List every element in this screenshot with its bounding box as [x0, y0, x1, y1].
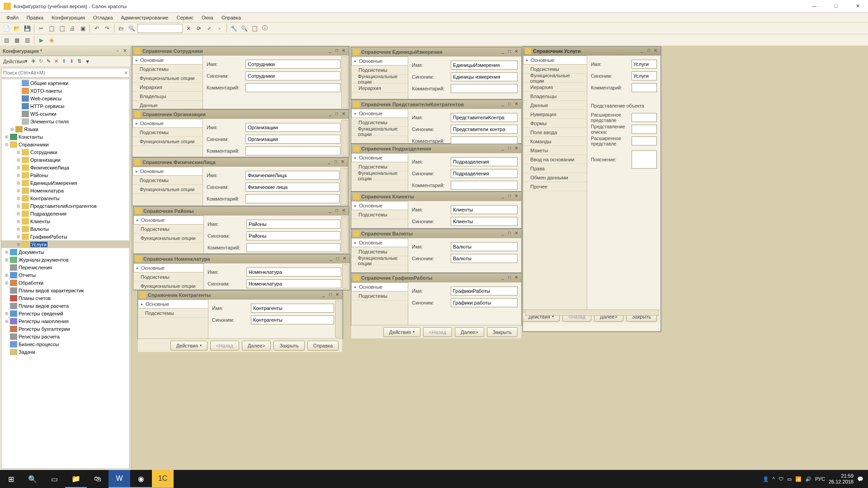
tree-item[interactable]: ⊞ГрафикиРаботы [1, 233, 129, 240]
ext-repr-input[interactable] [632, 113, 657, 122]
tree-item[interactable]: ⊞Регистры накопления [1, 317, 129, 325]
tree-item[interactable]: Бизнес-процессы [1, 340, 129, 348]
mdi-header[interactable]: Справочник Услуги_□✕ [523, 47, 660, 56]
prop-tab[interactable]: ▸Основные [351, 153, 408, 162]
start-button[interactable]: ⊞ [0, 470, 22, 488]
mdi-close-icon[interactable]: ✕ [513, 275, 519, 281]
mdi-max-icon[interactable]: □ [334, 48, 340, 54]
search-combo[interactable] [137, 24, 183, 33]
actions-button[interactable]: Действия [170, 341, 208, 351]
mdi-close-icon[interactable]: ✕ [513, 145, 519, 152]
prop-tab[interactable]: ▸Основные [351, 109, 408, 118]
synonym-input[interactable] [451, 217, 518, 226]
mdi-max-icon[interactable]: □ [506, 101, 513, 108]
new-icon[interactable]: 📄 [2, 24, 11, 33]
synonym-input[interactable] [451, 72, 518, 81]
mdi-header[interactable]: Справочник Контрагенты_□✕ [138, 291, 342, 300]
mdi-close-icon[interactable]: ✕ [340, 208, 347, 214]
zoom-icon[interactable]: 🔍 [127, 24, 136, 33]
prop-tab[interactable]: Функциональные опции [351, 127, 408, 136]
mdi-close-icon[interactable]: ✕ [513, 230, 519, 237]
prop-tab[interactable]: Функциональные опции [133, 234, 203, 243]
mdi-header[interactable]: Справочник ГрафикиРаботы_□✕ [351, 273, 521, 282]
minimize-button[interactable]: — [807, 3, 821, 9]
synonym-input[interactable] [246, 231, 340, 240]
close-button[interactable]: Закрыть [274, 341, 304, 351]
synonym-input[interactable] [451, 125, 518, 134]
mdi-max-icon[interactable]: □ [333, 159, 339, 165]
tree-item[interactable]: ⊞Контрагенты [1, 194, 129, 202]
menu-Сервис[interactable]: Сервис [173, 14, 197, 21]
tree-item[interactable]: ⊞Обработки [1, 279, 129, 286]
hscrollbar[interactable] [525, 310, 659, 316]
prop-tab[interactable]: Подсистемы [132, 176, 203, 185]
mdi-max-icon[interactable]: □ [327, 292, 334, 298]
store-icon[interactable]: 🛍 [87, 470, 108, 488]
print-icon[interactable]: 🖨 [68, 24, 77, 33]
synonym-input[interactable] [245, 135, 340, 144]
mdi-min-icon[interactable]: _ [500, 193, 506, 200]
tree-item[interactable]: XDTO-пакеты [1, 87, 129, 94]
refresh-icon[interactable]: ⟳ [194, 24, 203, 33]
mdi-close-icon[interactable]: ✕ [341, 256, 348, 262]
name-input[interactable] [246, 267, 341, 277]
tree-item[interactable]: ⊞Регистры сведений [1, 310, 129, 317]
up-icon[interactable]: ⬆ [61, 57, 67, 66]
synonym-input[interactable] [451, 254, 518, 263]
scrollbar[interactable] [342, 264, 349, 289]
prop-tab[interactable]: ▸Основные [351, 238, 408, 247]
prop-tab[interactable]: ▸Основные [351, 56, 408, 66]
add2-icon[interactable]: ↻ [38, 57, 44, 66]
mdi-header[interactable]: Справочник ПредставителиКонтрагентов_□✕ [351, 100, 521, 109]
tree-item[interactable]: ⊞Журналы документов [1, 256, 129, 263]
comment-input[interactable] [451, 84, 518, 93]
synonym-input[interactable] [251, 315, 334, 324]
prop-tab[interactable]: Команды [523, 137, 587, 146]
prop-tab[interactable]: ▸Основные [351, 282, 408, 291]
prop-tab[interactable]: Функциональные опции [133, 282, 203, 290]
tree-item[interactable]: ⊞Услуги [1, 240, 129, 248]
filter-icon[interactable]: ▼ [84, 57, 91, 66]
tree-item[interactable]: ⊞Клиенты [1, 217, 129, 225]
mdi-max-icon[interactable]: □ [334, 208, 340, 214]
tray-lang[interactable]: РУС [815, 476, 825, 482]
prop-tab[interactable]: Подсистемы [132, 128, 203, 137]
tree-item[interactable]: ⊞ЕдиницыИзмерения [1, 179, 129, 187]
name-input[interactable] [251, 304, 334, 313]
mdi-min-icon[interactable]: _ [327, 208, 333, 214]
prop-tab[interactable]: Макеты [523, 146, 587, 155]
panel-pin-icon[interactable]: ▫ [114, 48, 121, 54]
prop-tab[interactable]: Функциональные опции [351, 256, 408, 265]
synonym-input[interactable] [451, 298, 518, 307]
prop-tab[interactable]: Функциональные опции [132, 137, 203, 146]
actions-dropdown[interactable]: Действия ▾ [2, 57, 29, 66]
word-icon[interactable]: W [108, 470, 130, 488]
mdi-min-icon[interactable]: _ [500, 230, 506, 237]
name-input[interactable] [246, 220, 340, 229]
list-repr-input[interactable] [632, 125, 657, 134]
tree-icon[interactable]: ▤ [2, 36, 11, 45]
tree-item[interactable]: Web-сервисы [1, 94, 129, 102]
menu-Справка[interactable]: Справка [218, 14, 245, 21]
mdi-close-icon[interactable]: ✕ [513, 49, 519, 55]
tray-volume-icon[interactable]: 🔊 [805, 476, 811, 482]
tree-item[interactable]: HTTP-сервисы [1, 102, 129, 110]
explorer-icon[interactable]: 📁 [65, 470, 87, 488]
name-input[interactable] [632, 60, 657, 69]
prop-tab[interactable]: Права [523, 164, 587, 173]
debug1-icon[interactable]: 🔧 [229, 24, 238, 33]
debug3-icon[interactable]: 📋 [250, 24, 259, 33]
down-icon[interactable]: ⬇ [68, 57, 75, 66]
prop-tab[interactable]: Прочее [523, 182, 587, 191]
tree-item[interactable]: ⊞Номенклатура [1, 187, 129, 194]
comment-input[interactable] [245, 146, 340, 155]
prop-tab[interactable]: Иерархия [523, 83, 587, 92]
mdi-max-icon[interactable]: □ [506, 145, 513, 152]
mdi-min-icon[interactable]: _ [639, 48, 645, 54]
tree-item[interactable]: Планы видов расчета [1, 302, 129, 310]
name-input[interactable] [451, 242, 518, 251]
prop-tab[interactable]: Функциональные опции [351, 75, 408, 84]
tree-item[interactable]: ⊞Валюты [1, 225, 129, 233]
synonym-input[interactable] [245, 183, 340, 192]
paste-icon[interactable]: 📋 [57, 24, 66, 33]
